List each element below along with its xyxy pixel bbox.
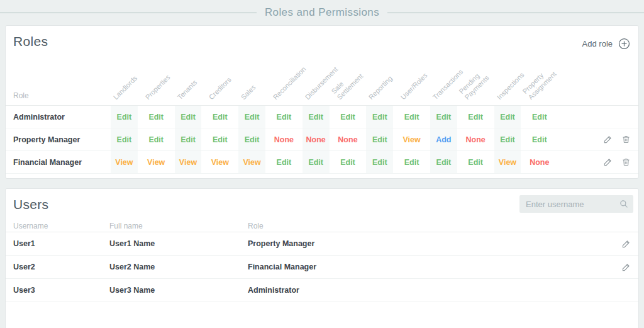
delete-role-button[interactable] [621,135,631,144]
role-table-row: Financial Manager ViewViewViewViewViewEd… [6,151,638,174]
page-title: Roles and Permissions [265,6,379,19]
role-table-row: Property Manager EditEditEditEditEditNon… [6,128,638,151]
permission-landlords[interactable]: Edit [108,128,140,150]
permission-user-roles[interactable]: Edit [396,106,428,128]
column-header-inspections: Inspections [495,71,526,101]
add-role-label: Add role [582,39,613,48]
permission-reconciliation[interactable]: Edit [268,106,300,128]
permission-inspections[interactable]: Edit [492,106,524,128]
role-name: Property Manager [6,128,108,150]
page-header: Roles and Permissions [0,0,644,25]
permission-disbursement[interactable]: Edit [300,151,332,173]
user-role: Property Manager [248,239,638,248]
full-name-column-header: Full name [109,222,248,230]
permission-inspections[interactable]: View [492,151,524,173]
permission-pending-payments[interactable]: Edit [460,151,492,173]
role-column-header: Role [248,222,638,230]
pencil-icon [621,239,631,249]
role-column-header: Role [13,91,29,100]
permission-sales[interactable]: View [236,151,268,173]
column-header-disbursement: Disbursement [303,65,339,101]
permission-properties[interactable]: Edit [140,128,172,150]
permission-creditors[interactable]: Edit [204,106,236,128]
permission-user-roles[interactable]: Edit [396,151,428,173]
permission-tenants[interactable]: View [172,151,204,173]
edit-user-button[interactable] [621,239,631,249]
role-table-row: Administrator EditEditEditEditEditEditEd… [6,106,638,128]
user-full-name: User1 Name [109,239,248,248]
column-header-property-assignment: Property Assignment [521,64,558,101]
permission-transactions[interactable]: Edit [428,151,460,173]
user-table-row: User3 User3 Name Administrator [6,279,638,302]
user-table-row: User2 User2 Name Financial Manager [6,256,638,279]
permission-reporting[interactable]: Edit [364,106,396,128]
permission-tenants[interactable]: Edit [172,128,204,150]
pencil-icon [621,263,631,272]
user-username: User1 [6,239,109,248]
trash-icon [621,157,631,167]
permission-property-assignment[interactable]: None [523,151,555,173]
permission-reporting[interactable]: Edit [364,151,396,173]
permission-disbursement[interactable]: None [300,128,332,150]
permission-pending-payments[interactable]: Edit [460,106,492,128]
permission-sale-settlement[interactable]: None [332,128,364,150]
permission-transactions[interactable]: Add [428,128,460,150]
permission-pending-payments[interactable]: None [460,128,492,150]
edit-role-button[interactable] [603,135,613,144]
edit-role-button[interactable] [603,157,613,167]
delete-role-button[interactable] [621,157,631,167]
user-row-actions [621,232,631,255]
permission-cells: ViewViewViewViewViewEditEditEditEditEdit… [108,151,555,173]
permission-reporting[interactable]: Edit [364,128,396,150]
permission-landlords[interactable]: Edit [108,106,140,128]
edit-user-button[interactable] [621,263,631,272]
search-icon [619,200,628,208]
user-username: User2 [6,263,109,271]
column-header-transactions: Transactions [431,67,465,101]
permission-reconciliation[interactable]: None [268,128,300,150]
username-search-input[interactable] [519,195,633,213]
column-header-reconciliation: Reconciliation [272,65,308,101]
column-header-sales: Sales [240,83,258,101]
permission-properties[interactable]: View [140,151,172,173]
permission-disbursement[interactable]: Edit [300,106,332,128]
plus-circle-icon [618,38,630,50]
permission-landlords[interactable]: View [108,151,140,173]
permission-sale-settlement[interactable]: Edit [332,151,364,173]
permission-property-assignment[interactable]: Edit [523,106,555,128]
pencil-icon [603,157,613,167]
user-row-actions [621,256,631,278]
permission-inspections[interactable]: Edit [492,128,524,150]
permission-property-assignment[interactable]: Edit [523,128,555,150]
divider-line [387,13,644,13]
role-name: Financial Manager [6,151,108,173]
permission-sales[interactable]: Edit [236,128,268,150]
permission-reconciliation[interactable]: Edit [268,151,300,173]
column-header-creditors: Creditors [208,76,233,101]
role-row-actions [603,128,631,150]
users-table-header: Username Full name Role [6,220,638,232]
roles-panel-head: Roles Add role [6,26,638,57]
role-row-actions [603,151,631,173]
permission-creditors[interactable]: View [204,151,236,173]
add-role-button[interactable]: Add role [582,38,630,50]
users-panel-head: Users [6,189,638,220]
users-title: Users [13,197,48,212]
permission-creditors[interactable]: Edit [204,128,236,150]
permission-transactions[interactable]: Edit [428,106,460,128]
user-role: Administrator [248,286,638,295]
permission-cells: EditEditEditEditEditNoneNoneNoneEditView… [108,128,555,150]
roles-table-header: Role LandlordsPropertiesTenantsCreditors… [6,57,638,106]
roles-title: Roles [13,34,48,49]
trash-icon [621,135,631,144]
permission-sales[interactable]: Edit [236,106,268,128]
user-role: Financial Manager [248,263,638,271]
permission-user-roles[interactable]: View [396,128,428,150]
role-name: Administrator [6,106,108,128]
column-header-landlords: Landlords [112,74,139,101]
user-table-row: User1 User1 Name Property Manager [6,232,638,256]
permission-tenants[interactable]: Edit [172,106,204,128]
permission-properties[interactable]: Edit [140,106,172,128]
permission-sale-settlement[interactable]: Edit [332,106,364,128]
pencil-icon [603,135,613,144]
